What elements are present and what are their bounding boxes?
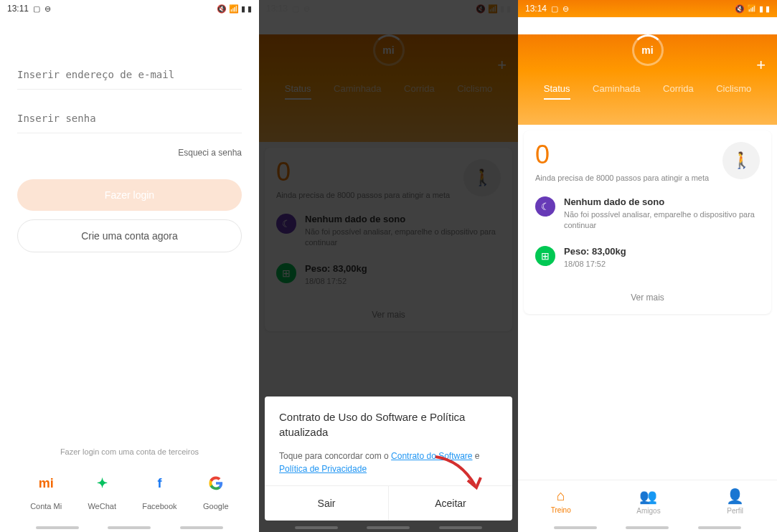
sleep-row[interactable]: ☾ Nenhum dado de sono Não foi possível a… [535,196,760,232]
social-google[interactable]: Google [203,470,229,510]
status-bar: 13:14 ▢ ⊖ 🔇 📶 ▮ ▮ [518,0,777,17]
mute-icon: 🔇 [217,4,227,14]
signal-icon: ▮ [759,4,763,14]
privacy-policy-link[interactable]: Política de Privacidade [279,464,367,474]
mi-logo-ring: mi [632,34,664,66]
image-icon: ▢ [551,4,558,14]
forgot-password-link[interactable]: Esqueci a senha [17,148,242,158]
wifi-icon: 📶 [229,4,239,14]
friends-icon: 👥 [639,488,657,505]
wifi-icon: 📶 [747,4,757,14]
sync-icon: ⊖ [562,4,569,14]
tab-cycle[interactable]: Ciclismo [716,79,751,98]
sync-icon: ⊖ [44,4,51,14]
battery-icon: ▮ [248,4,252,14]
facebook-icon: f [146,470,172,496]
image-icon: ▢ [33,4,40,14]
tab-run[interactable]: Corrida [663,79,694,98]
social-mi[interactable]: mi Conta Mi [30,470,62,510]
nav-amigos[interactable]: 👥 Amigos [636,488,660,515]
app-header: + mi Status Caminhada Corrida Ciclismo [518,34,777,125]
main-screen-dialog: 13:13 ▢ ⊖ 🔇 📶 ▮ ▮ + mi Status Caminhada … [259,0,518,532]
home-icon: ⌂ [557,488,565,504]
third-party-label: Fazer login com uma conta de terceiros [17,447,242,456]
exit-button[interactable]: Sair [265,486,389,521]
accept-button[interactable]: Aceitar [389,486,512,521]
mute-icon: 🔇 [735,4,745,14]
android-nav [0,526,259,529]
status-time: 13:11 [7,4,29,14]
wechat-icon: ✦ [89,470,115,496]
status-time: 13:14 [525,4,547,14]
status-bar: 13:11 ▢ ⊖ 🔇 📶 ▮ ▮ [0,0,259,17]
google-icon [203,470,229,496]
tab-walk[interactable]: Caminhada [593,79,641,98]
tab-status[interactable]: Status [544,79,570,98]
social-wechat[interactable]: ✦ WeChat [88,470,116,510]
steps-count: 0 [535,142,722,168]
nav-perfil[interactable]: 👤 Perfil [726,488,744,515]
moon-icon: ☾ [535,196,555,217]
walk-button[interactable]: 🚶 [722,142,760,179]
android-nav [518,526,777,529]
create-account-button[interactable]: Crie uma conta agora [17,219,242,252]
nav-treino[interactable]: ⌂ Treino [551,488,571,515]
dialog-text: Toque para concordar com o Contrato do S… [279,450,498,475]
status-card: 0 Ainda precisa de 8000 passos para atin… [524,130,771,314]
bottom-nav: ⌂ Treino 👥 Amigos 👤 Perfil [518,480,777,522]
mi-icon: mi [33,470,59,496]
steps-goal-text: Ainda precisa de 8000 passos para atingi… [535,174,722,182]
main-screen: 13:14 ▢ ⊖ 🔇 📶 ▮ ▮ + mi Status Caminhada … [518,0,777,532]
terms-dialog: Contrato de Uso do Software e Política a… [265,396,512,521]
weight-row[interactable]: ⊞ Peso: 83,00kg 18/08 17:52 [535,246,760,270]
battery-icon: ▮ [766,4,770,14]
dialog-title: Contrato de Uso do Software e Política a… [279,409,498,440]
login-button[interactable]: Fazer login [17,179,242,211]
add-button[interactable]: + [756,56,766,75]
signal-icon: ▮ [241,4,245,14]
mi-logo-icon: mi [641,44,653,56]
scale-icon: ⊞ [535,246,555,266]
ver-mais-link[interactable]: Ver mais [535,284,760,303]
software-contract-link[interactable]: Contrato do Software [391,451,472,461]
login-screen: 13:11 ▢ ⊖ 🔇 📶 ▮ ▮ Esqueci a senha Fazer … [0,0,259,532]
walking-icon: 🚶 [732,151,751,170]
password-field[interactable] [17,104,242,133]
email-field[interactable] [17,60,242,90]
profile-icon: 👤 [726,488,744,505]
social-facebook[interactable]: f Facebook [142,470,176,510]
